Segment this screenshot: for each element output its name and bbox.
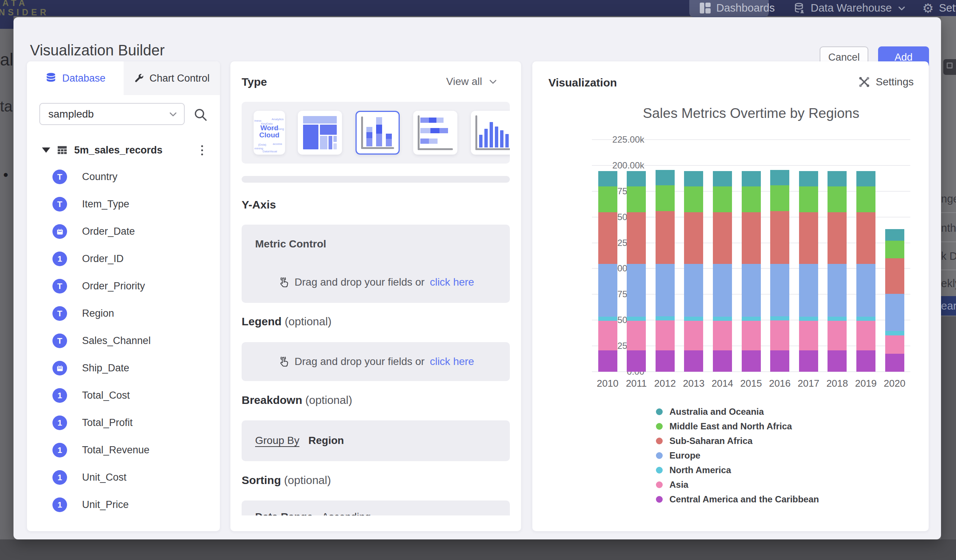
stacked-bar-2013[interactable]: [684, 171, 703, 372]
chart-type-card-treemap[interactable]: [298, 111, 342, 155]
chart-type-card-column[interactable]: [471, 111, 510, 155]
hand-tap-icon: [277, 276, 289, 288]
stacked-bar-2016[interactable]: [770, 170, 789, 372]
text-field-icon: T: [52, 169, 67, 184]
legend-label: Australia and Oceania: [670, 406, 764, 417]
field-name: Total_Cost: [82, 390, 130, 401]
bar-segment: [684, 317, 703, 321]
text-field-icon: T: [52, 306, 67, 321]
legend-heading: Legend (optional): [242, 315, 332, 328]
text-field-icon: T: [52, 334, 67, 348]
search-icon[interactable]: [193, 107, 208, 122]
legend-item[interactable]: Central America and the Caribbean: [656, 494, 819, 505]
field-item-unit_price[interactable]: 1Unit_Price: [52, 491, 210, 518]
bar-segment: [856, 187, 876, 212]
bar-segment: [684, 321, 703, 351]
field-item-order_date[interactable]: Order_Date: [52, 218, 210, 245]
chevron-down-icon: [488, 77, 498, 86]
chart-type-card-word-cloud[interactable]: inessAnalyticsKeyDataPM longWordCloud(Do…: [254, 111, 285, 155]
bar-segment: [742, 317, 761, 321]
legend-label: Middle East and North Africa: [670, 421, 792, 431]
field-item-sales_channel[interactable]: TSales_Channel: [52, 327, 210, 355]
breakdown-dropzone[interactable]: Group By Region: [242, 420, 510, 461]
stacked-bar-2011[interactable]: [627, 171, 646, 372]
legend-item[interactable]: Australia and Oceania: [656, 406, 819, 417]
group-by-value[interactable]: Region: [308, 435, 344, 447]
field-item-total_profit[interactable]: 1Total_Profit: [52, 409, 210, 436]
legend-item[interactable]: Sub-Saharan Africa: [656, 435, 819, 447]
horizontal-scrollbar[interactable]: [242, 176, 510, 183]
field-item-order_id[interactable]: 1Order_ID: [52, 245, 210, 273]
legend-item[interactable]: Middle East and North Africa: [656, 421, 819, 432]
sort-direction-value[interactable]: Ascending: [322, 511, 371, 516]
legend-dot-icon: [656, 467, 663, 474]
legend-label: Asia: [670, 480, 689, 490]
field-item-region[interactable]: TRegion: [52, 300, 210, 327]
stacked-bar-2019[interactable]: [856, 171, 876, 372]
bar-segment: [627, 317, 646, 321]
chart-settings-button[interactable]: Settings: [858, 75, 914, 88]
field-item-total_cost[interactable]: 1Total_Cost: [52, 382, 210, 409]
legend-item[interactable]: Asia: [656, 479, 819, 490]
legend-dropzone[interactable]: Drag and drop your fields or click here: [242, 342, 510, 381]
tab-database[interactable]: Database: [27, 61, 124, 95]
bar-segment: [627, 350, 646, 371]
bar-segment: [598, 187, 617, 212]
field-item-country[interactable]: TCountry: [52, 163, 210, 191]
stacked-bar-2015[interactable]: [742, 171, 761, 372]
view-all-dropdown[interactable]: View all: [446, 75, 498, 88]
background-footer-band: [0, 540, 956, 560]
legend-dot-icon: [656, 408, 663, 415]
field-name: Region: [82, 308, 114, 319]
field-item-total_revenue[interactable]: 1Total_Revenue: [52, 436, 210, 464]
bar-segment: [799, 321, 818, 351]
y-axis-tick-label: 200.00k: [592, 160, 644, 171]
field-name: Total_Revenue: [82, 444, 149, 456]
stacked-bar-2018[interactable]: [827, 171, 847, 372]
field-item-unit_cost[interactable]: 1Unit_Cost: [52, 464, 210, 491]
field-name: Total_Profit: [82, 417, 133, 428]
group-by-label[interactable]: Group By: [255, 435, 299, 447]
background-text-fragment: al: [0, 49, 14, 70]
legend-dot-icon: [656, 452, 663, 459]
database-select[interactable]: sampledb: [39, 103, 185, 125]
background-dark-area: [941, 316, 956, 540]
chart-type-card-stacked-column[interactable]: [355, 111, 400, 155]
chevron-down-icon: [160, 109, 178, 119]
sorting-dropzone[interactable]: Data Range Ascending: [242, 500, 510, 516]
legend-item[interactable]: North America: [656, 464, 819, 476]
bar-segment: [885, 294, 904, 331]
expand-triangle-icon[interactable]: [42, 147, 50, 153]
field-item-item_type[interactable]: TItem_Type: [52, 191, 210, 218]
bar-segment: [856, 171, 876, 187]
click-here-link[interactable]: click here: [430, 276, 474, 288]
stacked-bar-2010[interactable]: [598, 171, 617, 372]
nav-item-settings[interactable]: ⚙ Settings: [922, 0, 956, 16]
legend-item[interactable]: Europe: [656, 450, 819, 461]
tab-chart-control[interactable]: Chart Control: [124, 61, 220, 95]
panel-tabs: Database Chart Control: [27, 61, 220, 95]
field-item-order_priority[interactable]: TOrder_Priority: [52, 273, 210, 300]
builder-scroll-area[interactable]: Type View all inessAnalyticsKeyDataPM lo…: [230, 61, 521, 516]
table-tree-row[interactable]: 5m_sales_records: [42, 142, 207, 158]
sort-field-label[interactable]: Data Range: [255, 511, 313, 516]
bar-segment: [598, 264, 617, 317]
field-name: Country: [82, 171, 118, 183]
stacked-bar-2017[interactable]: [799, 171, 818, 372]
stacked-bar-2014[interactable]: [713, 171, 732, 372]
field-item-ship_date[interactable]: Ship_Date: [52, 355, 210, 382]
stacked-bar-2012[interactable]: [656, 170, 675, 372]
bar-segment: [742, 264, 761, 317]
stacked-bar-2020[interactable]: [885, 229, 904, 372]
metric-dropzone[interactable]: Metric Control Drag and drop your fields…: [242, 224, 510, 303]
nav-item-dashboards[interactable]: Dashboards: [700, 0, 775, 16]
bar-segment: [713, 264, 732, 317]
chart-type-card-stacked-bar[interactable]: [413, 111, 458, 155]
click-here-link[interactable]: click here: [430, 356, 474, 368]
field-name: Unit_Price: [82, 499, 129, 511]
bar-segment: [684, 212, 703, 264]
bar-segment: [684, 264, 703, 317]
nav-item-data-warehouse[interactable]: Data Warehouse: [793, 0, 906, 16]
kebab-menu-icon[interactable]: [197, 144, 207, 157]
metric-control-label: Metric Control: [255, 238, 326, 250]
